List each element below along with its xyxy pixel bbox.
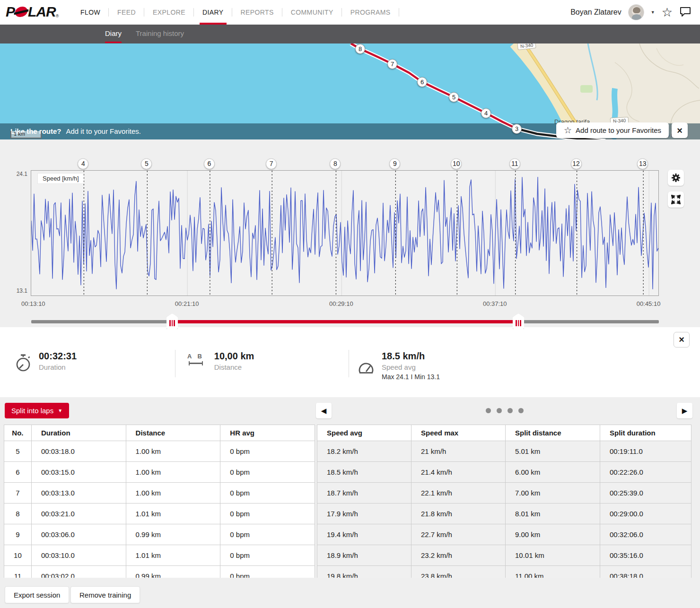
nav-item-feed[interactable]: FEED (109, 0, 144, 25)
nav-item-community[interactable]: COMMUNITY (282, 0, 342, 25)
main-nav: FLOWFEEDEXPLOREDIARYREPORTSCOMMUNITYPROG… (72, 0, 399, 25)
chart-settings-button[interactable] (668, 170, 684, 186)
export-session-button[interactable]: Export session (5, 586, 69, 603)
subnav-tab-diary[interactable]: Diary (105, 25, 122, 43)
lap-cell: 00:38:18.0 (600, 566, 691, 578)
user-name[interactable]: Boyan Zlatarev (570, 8, 621, 17)
nav-item-explore[interactable]: EXPLORE (144, 0, 194, 25)
lap-cell: 1.00 km (126, 462, 221, 483)
lap-cell: 23.8 km/h (411, 566, 506, 578)
lap-row-9[interactable]: 900:03:06.00.99 km0 bpm (4, 524, 315, 545)
lap-cell: 8 (4, 504, 32, 524)
subnav-tab-training-history[interactable]: Training history (136, 25, 184, 43)
add-route-to-favorites-button[interactable]: ☆ Add route to your Favorites (556, 122, 669, 138)
column-header-distance[interactable]: Distance (126, 425, 221, 441)
lap-row-11[interactable]: 19.8 km/h23.8 km/h11.00 km00:38:18.0 (317, 566, 693, 578)
nav-item-reports[interactable]: REPORTS (232, 0, 282, 25)
user-menu-caret-icon[interactable]: ▼ (651, 10, 655, 15)
lap-cell: 8.01 km (506, 504, 600, 524)
lap-row-5[interactable]: 18.2 km/h21 km/h5.01 km00:19:11.0 (317, 441, 693, 462)
laps-page-dot-2[interactable] (497, 408, 502, 413)
duration-summary: 00:32:31 Duration (14, 351, 77, 373)
lap-cell: 0.99 km (126, 566, 221, 578)
polar-logo[interactable]: PLAR® (6, 4, 58, 20)
chart-lap-badge-12: 12 (571, 158, 582, 169)
banner-normal-text: Add it to your Favorites. (66, 127, 141, 135)
slider-selected-range[interactable] (172, 320, 518, 323)
laps-prev-page-button[interactable]: ◀ (316, 403, 332, 418)
slider-left-handle[interactable] (166, 313, 178, 329)
lap-cell: 0 bpm (220, 545, 315, 566)
lap-row-6[interactable]: 600:03:15.01.00 km0 bpm (4, 462, 315, 483)
laps-table: No.DurationDistanceHR avg500:03:18.01.00… (4, 425, 693, 578)
column-header-no-[interactable]: No. (4, 425, 32, 441)
chart-lap-badge-13: 13 (637, 158, 648, 169)
lap-row-6[interactable]: 18.5 km/h21.4 km/h6.00 km00:22:26.0 (317, 462, 693, 483)
lap-row-11[interactable]: 1100:03:02.00.99 km0 bpm (4, 566, 315, 578)
lap-cell: 00:03:18.0 (32, 441, 126, 462)
laps-table-fixed-columns: No.DurationDistanceHR avg500:03:18.01.00… (4, 425, 315, 578)
banner-close-button[interactable]: × (672, 122, 688, 138)
split-into-laps-button[interactable]: Split into laps ▼ (5, 403, 69, 418)
x-tick-00:29:10: 00:29:10 (329, 300, 353, 307)
lap-row-10[interactable]: 18.9 km/h23.2 km/h10.01 km00:35:16.0 (317, 545, 693, 566)
lap-row-9[interactable]: 19.4 km/h22.7 km/h9.00 km00:32:06.0 (317, 524, 693, 545)
lap-cell: 22.7 km/h (411, 524, 506, 545)
column-header-speed-avg[interactable]: Speed avg (317, 425, 411, 441)
lap-cell: 21.8 km/h (411, 504, 506, 524)
lap-cell: 0 bpm (220, 483, 315, 504)
column-header-hr-avg[interactable]: HR avg (220, 425, 315, 441)
route-map[interactable]: 876543 N-340 N-340 Dragon tarifa Like th… (0, 43, 700, 139)
speed-chart-section: 45678910111213 24.1 13.1 Speed [km/h] 00… (0, 139, 700, 327)
lap-cell: 0 bpm (220, 566, 315, 578)
favorites-star-icon[interactable]: ☆ (662, 6, 673, 18)
slider-right-handle[interactable] (513, 313, 524, 329)
lap-row-10[interactable]: 1000:03:10.01.01 km0 bpm (4, 545, 315, 566)
lap-row-7[interactable]: 700:03:13.01.00 km0 bpm (4, 483, 315, 504)
messages-icon[interactable] (679, 5, 691, 19)
route-marker-7: 7 (387, 59, 397, 69)
speed-avg-value: 18.5 km/h (382, 351, 440, 362)
laps-page-dot-1[interactable] (486, 408, 491, 413)
route-marker-3: 3 (512, 124, 522, 134)
column-header-split-duration[interactable]: Split duration (600, 425, 691, 441)
lap-row-8[interactable]: 800:03:21.01.01 km0 bpm (4, 504, 315, 524)
star-icon: ☆ (564, 125, 572, 136)
summary-close-button[interactable]: × (674, 332, 690, 347)
route-marker-5: 5 (449, 92, 459, 102)
laps-page-dot-4[interactable] (518, 408, 524, 413)
lap-cell: 1.00 km (126, 483, 221, 504)
lap-cell: 00:03:15.0 (32, 462, 126, 483)
chart-lap-badge-6: 6 (204, 158, 215, 169)
chart-fullscreen-button[interactable] (668, 191, 684, 208)
lap-cell: 1.00 km (126, 441, 221, 462)
laps-page-dot-3[interactable] (508, 408, 513, 413)
user-avatar[interactable] (628, 4, 644, 20)
lap-cell: 1.01 km (126, 504, 221, 524)
x-tick-00:21:10: 00:21:10 (175, 300, 199, 307)
x-tick-00:37:10: 00:37:10 (483, 300, 507, 307)
lap-cell: 22.1 km/h (411, 483, 506, 504)
column-header-duration[interactable]: Duration (32, 425, 126, 441)
lap-row-7[interactable]: 18.7 km/h22.1 km/h7.00 km00:25:39.0 (317, 483, 693, 504)
nav-item-diary[interactable]: DIARY (194, 0, 232, 25)
logo-o-icon (14, 7, 29, 17)
laps-next-page-button[interactable]: ▶ (677, 403, 692, 418)
lap-cell: 21.4 km/h (411, 462, 506, 483)
speed-plot[interactable]: Speed [km/h] (31, 170, 659, 296)
dropdown-arrow-icon: ▼ (58, 408, 62, 413)
lap-cell: 17.9 km/h (317, 504, 411, 524)
lap-cell: 10.01 km (506, 545, 600, 566)
nav-item-flow[interactable]: FLOW (72, 0, 109, 25)
chart-lap-badge-4: 4 (78, 158, 88, 169)
lap-row-5[interactable]: 500:03:18.01.00 km0 bpm (4, 441, 315, 462)
column-header-split-distance[interactable]: Split distance (506, 425, 600, 441)
lap-cell: 00:25:39.0 (600, 483, 691, 504)
nav-item-programs[interactable]: PROGRAMS (342, 0, 399, 25)
column-header-speed-max[interactable]: Speed max (411, 425, 506, 441)
split-button-label: Split into laps (11, 407, 53, 415)
lap-row-8[interactable]: 17.9 km/h21.8 km/h8.01 km00:29:00.0 (317, 504, 693, 524)
lap-cell: 0.99 km (126, 524, 221, 545)
route-marker-4: 4 (481, 108, 491, 118)
remove-training-button[interactable]: Remove training (70, 586, 140, 603)
